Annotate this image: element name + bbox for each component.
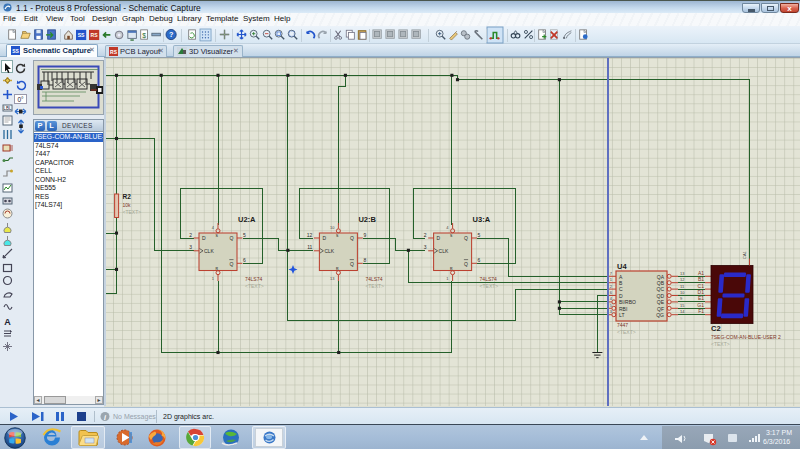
svg-text:QB: QB (657, 280, 665, 286)
svg-text:15: 15 (680, 303, 685, 308)
svg-text:U3:A: U3:A (473, 215, 491, 224)
svg-text:QG: QG (656, 312, 664, 318)
svg-text:14: 14 (680, 309, 685, 314)
svg-text:LBL: LBL (3, 106, 12, 111)
svg-text:C1: C1 (698, 283, 705, 289)
svg-text:74LS74: 74LS74 (365, 276, 382, 282)
svg-text:7SEG-COM-AN-BLUE-USER 2: 7SEG-COM-AN-BLUE-USER 2 (711, 334, 781, 340)
svg-text:10: 10 (330, 225, 335, 230)
svg-text:SS: SS (78, 32, 85, 38)
svg-text:R2: R2 (123, 193, 132, 200)
svg-text:2: 2 (189, 232, 192, 238)
svg-text:B1: B1 (698, 276, 704, 282)
svg-text:BI/RBO: BI/RBO (619, 299, 636, 305)
svg-text:A: A (4, 316, 11, 326)
svg-text:6: 6 (243, 257, 246, 263)
svg-text:<TEXT>: <TEXT> (365, 283, 384, 289)
svg-text:U2:A: U2:A (238, 215, 256, 224)
svg-text:D: D (619, 293, 623, 299)
svg-text:SS: SS (12, 48, 19, 54)
svg-text:CA1: CA1 (742, 250, 747, 259)
svg-text:5: 5 (243, 232, 246, 238)
svg-text:QE: QE (657, 299, 665, 305)
svg-text:13: 13 (330, 276, 335, 281)
svg-text:3: 3 (424, 244, 427, 250)
svg-text:10: 10 (680, 290, 685, 295)
svg-text:10k: 10k (123, 202, 132, 208)
svg-text:$: $ (142, 32, 146, 39)
svg-text:F1: F1 (698, 308, 704, 314)
svg-text:2: 2 (424, 232, 427, 238)
svg-text:7447: 7447 (617, 322, 628, 328)
svg-text:?: ? (169, 30, 173, 39)
svg-text:<TEXT>: <TEXT> (245, 283, 264, 289)
svg-text:9: 9 (363, 232, 366, 238)
svg-text:12: 12 (307, 232, 313, 238)
svg-text:C: C (619, 286, 623, 292)
svg-text:<TEXT>: <TEXT> (617, 329, 636, 335)
svg-text:RS: RS (91, 32, 99, 38)
svg-text:QD: QD (657, 293, 665, 299)
svg-text:6: 6 (478, 257, 481, 263)
svg-text:8: 8 (363, 257, 366, 263)
svg-text:QA: QA (657, 274, 665, 280)
svg-text:A1: A1 (698, 270, 704, 276)
svg-text:11: 11 (307, 244, 312, 250)
svg-text:RBI: RBI (619, 306, 627, 312)
svg-text:LT: LT (619, 312, 624, 318)
svg-text:U2:B: U2:B (358, 215, 376, 224)
svg-text:<TEXT>: <TEXT> (123, 209, 142, 215)
svg-text:<TEXT>: <TEXT> (480, 283, 499, 289)
svg-text:3: 3 (189, 244, 192, 250)
svg-text:13: 13 (680, 271, 685, 276)
svg-text:5: 5 (478, 232, 481, 238)
svg-text:<TEXT>: <TEXT> (711, 341, 730, 347)
svg-text:RS: RS (110, 49, 118, 55)
svg-text:D1: D1 (698, 289, 705, 295)
svg-text:QC: QC (657, 286, 665, 292)
svg-text:E1: E1 (698, 295, 704, 301)
svg-text:U4: U4 (617, 262, 627, 271)
svg-text:74LS74: 74LS74 (245, 276, 262, 282)
svg-text:74LS74: 74LS74 (480, 276, 497, 282)
svg-text:QF: QF (657, 306, 664, 312)
svg-text:G1: G1 (697, 302, 704, 308)
svg-text:12: 12 (680, 277, 685, 282)
svg-text:C2: C2 (711, 324, 721, 333)
